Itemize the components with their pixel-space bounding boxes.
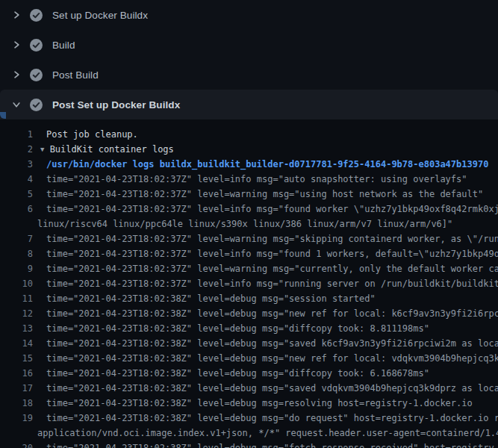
log-line-number[interactable]: 8 [0,246,33,261]
log-line-text: time="2021-04-23T18:02:38Z" level=debug … [37,366,498,381]
step-title: Post Set up Docker Buildx [52,99,180,111]
log-line-number[interactable]: 6 [0,202,33,217]
log-row: 7time="2021-04-23T18:02:37Z" level=warni… [0,231,498,246]
log-line-number[interactable]: 7 [0,231,33,246]
log-line-number[interactable]: 14 [0,336,33,351]
log-line-text: time="2021-04-23T18:02:38Z" level=debug … [37,336,498,351]
log-row: 17time="2021-04-23T18:02:38Z" level=debu… [0,381,498,396]
log-line-text: time="2021-04-23T18:02:37Z" level=info m… [37,276,498,291]
log-group-header-text[interactable]: ▼ BuildKit container logs [37,142,498,157]
log-row: 4time="2021-04-23T18:02:37Z" level=info … [0,172,498,187]
log-row: 15time="2021-04-23T18:02:38Z" level=debu… [0,351,498,366]
log-row: 14time="2021-04-23T18:02:38Z" level=debu… [0,336,498,351]
log-line-number[interactable]: 2 [0,142,33,157]
log-row: 10time="2021-04-23T18:02:37Z" level=info… [0,276,498,291]
log-line-text: time="2021-04-23T18:02:38Z" level=debug … [37,441,498,448]
log-row: linux/riscv64 linux/ppc64le linux/s390x … [0,217,498,231]
log-panel[interactable]: 1Post job cleanup.2▼ BuildKit container … [0,119,498,448]
log-row: 13time="2021-04-23T18:02:38Z" level=debu… [0,321,498,336]
log-row: 9time="2021-04-23T18:02:37Z" level=warni… [0,261,498,276]
chevron-right-icon [12,40,30,49]
log-row: 11time="2021-04-23T18:02:38Z" level=debu… [0,291,498,306]
log-line-number[interactable]: 3 [0,157,33,172]
log-line-number[interactable]: 20 [0,441,33,448]
log-line-text: Post job cleanup. [37,127,498,142]
log-line-number[interactable]: 17 [0,381,33,396]
step-title: Post Build [52,69,99,81]
steps-list: Set up Docker BuildxBuildPost BuildPost … [0,0,498,119]
log-row: 2▼ BuildKit container logs [0,142,498,157]
log-line-number[interactable]: 10 [0,276,33,291]
log-line-text: application/vnd.oci.image.index.v1+json,… [37,426,498,441]
step-row-post-set-up-docker-buildx[interactable]: Post Set up Docker Buildx [0,90,498,119]
step-row-post-build[interactable]: Post Build [0,60,498,90]
step-title: Set up Docker Buildx [52,10,148,21]
check-circle-icon [30,9,52,22]
chevron-down-icon [12,100,30,109]
log-line-number[interactable]: 18 [0,396,33,411]
log-line-text: time="2021-04-23T18:02:38Z" level=debug … [37,321,498,336]
chevron-right-icon [12,70,30,79]
log-row: 1Post job cleanup. [0,127,498,142]
log-line-number[interactable]: 13 [0,321,33,336]
check-circle-icon [30,99,52,111]
log-line-text: time="2021-04-23T18:02:38Z" level=debug … [37,396,498,411]
log-line-text: time="2021-04-23T18:02:38Z" level=debug … [37,411,498,426]
check-circle-icon [30,39,52,52]
log-row: 5time="2021-04-23T18:02:37Z" level=warni… [0,187,498,202]
log-line-number[interactable]: 19 [0,411,33,426]
log-row: 3/usr/bin/docker logs buildx_buildkit_bu… [0,157,498,172]
log-line-text: time="2021-04-23T18:02:37Z" level=info m… [37,202,498,217]
log-row: 18time="2021-04-23T18:02:38Z" level=debu… [0,396,498,411]
log-line-text: time="2021-04-23T18:02:37Z" level=info m… [37,246,498,261]
log-row: 20time="2021-04-23T18:02:38Z" level=debu… [0,441,498,448]
step-row-set-up-docker-buildx[interactable]: Set up Docker Buildx [0,0,498,30]
log-row: 19time="2021-04-23T18:02:38Z" level=debu… [0,411,498,426]
log-line-number [0,217,33,231]
log-command-text: /usr/bin/docker logs buildx_buildkit_bui… [37,157,498,172]
group-expand-icon[interactable]: ▼ [40,142,44,157]
chevron-right-icon [12,10,30,19]
log-line-text: time="2021-04-23T18:02:37Z" level=info m… [37,172,498,187]
log-line-number[interactable]: 5 [0,187,33,202]
log-line-text: linux/riscv64 linux/ppc64le linux/s390x … [37,217,498,231]
log-line-text: time="2021-04-23T18:02:37Z" level=warnin… [37,187,498,202]
log-line-text: time="2021-04-23T18:02:38Z" level=debug … [37,306,498,321]
log-line-text: time="2021-04-23T18:02:37Z" level=warnin… [37,231,498,246]
check-circle-icon [30,69,52,81]
log-line-number[interactable]: 4 [0,172,33,187]
log-line-number [0,426,33,441]
log-line-number[interactable]: 12 [0,306,33,321]
log-row: 12time="2021-04-23T18:02:38Z" level=debu… [0,306,498,321]
step-title: Build [52,40,75,51]
log-line-number[interactable]: 16 [0,366,33,381]
step-row-build[interactable]: Build [0,30,498,60]
log-line-text: time="2021-04-23T18:02:38Z" level=debug … [37,381,498,396]
log-row: 6time="2021-04-23T18:02:37Z" level=info … [0,202,498,217]
log-line-text: time="2021-04-23T18:02:37Z" level=warnin… [37,261,498,276]
log-row: 8time="2021-04-23T18:02:37Z" level=info … [0,246,498,261]
log-line-number[interactable]: 15 [0,351,33,366]
log-line-number[interactable]: 11 [0,291,33,306]
log-line-text: time="2021-04-23T18:02:38Z" level=debug … [37,351,498,366]
log-row: application/vnd.oci.image.index.v1+json,… [0,426,498,441]
log-line-number[interactable]: 9 [0,261,33,276]
log-line-text: time="2021-04-23T18:02:38Z" level=debug … [37,291,498,306]
log-row: 16time="2021-04-23T18:02:38Z" level=debu… [0,366,498,381]
log-line-number[interactable]: 1 [0,127,33,142]
